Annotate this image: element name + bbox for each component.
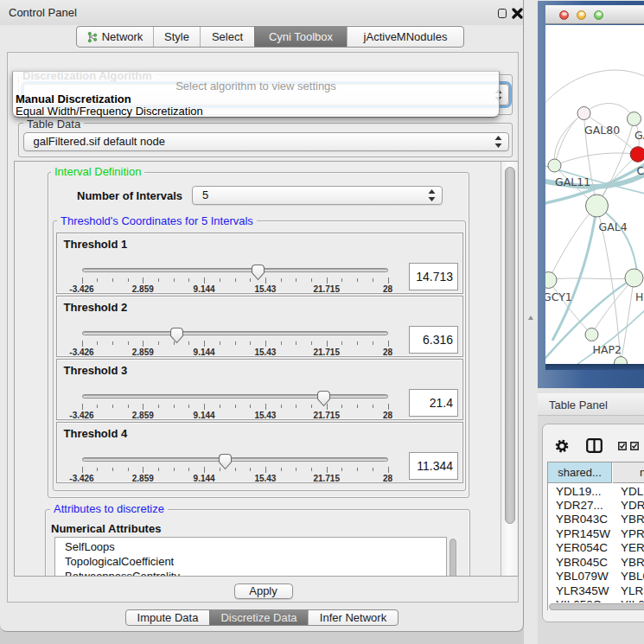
tab-select[interactable]: Select bbox=[200, 27, 254, 47]
table-cell-shared-name[interactable]: YLR345W bbox=[556, 584, 609, 597]
slider-minor-tick bbox=[296, 341, 296, 346]
network-node[interactable] bbox=[548, 159, 561, 172]
attributes-list-scrollbar[interactable] bbox=[449, 538, 458, 577]
table-cell-shared-name[interactable]: YPR145W bbox=[556, 527, 610, 540]
network-node[interactable] bbox=[630, 147, 644, 163]
minimize-traffic-light-icon[interactable] bbox=[577, 10, 586, 20]
slider-thumb[interactable] bbox=[218, 453, 233, 470]
checkbox-icon[interactable] bbox=[618, 442, 627, 450]
splitter-collapse-icon[interactable] bbox=[528, 316, 533, 320]
checkbox-icon[interactable] bbox=[630, 442, 639, 450]
table-data-combobox[interactable]: galFiltered.sif default node bbox=[23, 132, 509, 152]
control-panel-window: Control Panel NetworkStyleSelectCyni Too… bbox=[0, 0, 524, 632]
table-cell-name[interactable]: YDL19... bbox=[621, 485, 644, 498]
table-cell-shared-name[interactable]: YBR043C bbox=[556, 513, 608, 526]
slider-track[interactable] bbox=[82, 457, 388, 462]
attributes-list-scrollbar-thumb[interactable] bbox=[450, 539, 456, 577]
tab-jactivemnodules[interactable]: jActiveMNodules bbox=[347, 27, 463, 47]
slider-track[interactable] bbox=[82, 268, 388, 272]
settings-scrollbar-thumb[interactable] bbox=[505, 167, 515, 524]
network-node[interactable] bbox=[615, 357, 628, 365]
network-view-window: GAL80GACGAL11GAL4GCY1HISHAP2 bbox=[538, 1, 644, 388]
number-of-intervals-combobox[interactable]: 5 bbox=[192, 186, 443, 205]
algorithm-option-2[interactable]: Equal Width/Frequency Discretization bbox=[16, 105, 203, 118]
slider-minor-tick bbox=[281, 341, 282, 346]
threshold-value-field[interactable]: 14.713 bbox=[409, 263, 458, 290]
table-cell-name[interactable]: YBL079W bbox=[621, 570, 644, 583]
columns-icon[interactable] bbox=[586, 438, 603, 453]
numerical-attributes-list[interactable]: SelfLoopsTopologicalCoefficientBetweenne… bbox=[54, 537, 447, 577]
slider-tick-label: -3.426 bbox=[56, 474, 108, 483]
interval-definition-group-title: Interval Definition bbox=[51, 165, 144, 178]
threshold-value-field[interactable]: 6.316 bbox=[409, 326, 458, 354]
slider-track[interactable] bbox=[82, 394, 388, 399]
bottom-tab-impute-data[interactable]: Impute Data bbox=[126, 610, 209, 625]
zoom-traffic-light-icon[interactable] bbox=[594, 10, 603, 20]
tab-label: jActiveMNodules bbox=[364, 30, 448, 43]
network-node[interactable] bbox=[628, 112, 641, 126]
float-window-icon[interactable] bbox=[498, 9, 507, 18]
table-horizontal-scrollbar[interactable] bbox=[548, 603, 644, 611]
apply-button[interactable]: Apply bbox=[234, 583, 293, 599]
slider-thumb[interactable] bbox=[316, 390, 331, 407]
slider-minor-tick bbox=[235, 405, 236, 409]
slider-minor-tick bbox=[188, 468, 189, 472]
table-column-header-shared-name[interactable]: shared... bbox=[548, 462, 612, 483]
table-cell-name[interactable]: YBR043C bbox=[621, 513, 644, 526]
tab-network[interactable]: Network bbox=[77, 27, 153, 47]
slider-thumb[interactable] bbox=[169, 327, 184, 344]
tab-label: Infer Network bbox=[320, 611, 386, 624]
network-node[interactable] bbox=[545, 272, 557, 289]
slider-minor-tick bbox=[235, 468, 236, 472]
network-node[interactable] bbox=[586, 194, 609, 217]
table-cell-name[interactable]: YPR145W bbox=[621, 527, 644, 540]
settings-scrollbar[interactable] bbox=[501, 162, 518, 576]
table-panel-title: Table Panel bbox=[549, 399, 608, 411]
bottom-tab-discretize-data[interactable]: Discretize Data bbox=[209, 610, 308, 625]
table-cell-name[interactable]: YLR345W bbox=[621, 584, 644, 597]
table-column-header-name[interactable]: name bbox=[613, 462, 644, 483]
algorithm-option-1[interactable]: Manual Discretization bbox=[16, 92, 131, 105]
slider-major-tick bbox=[265, 404, 266, 410]
table-cell-shared-name[interactable]: YDL19... bbox=[556, 485, 602, 498]
panel-splitter[interactable] bbox=[524, 0, 538, 644]
node-table[interactable]: shared... name YDL19...YDL19...YDR27...Y… bbox=[547, 462, 644, 610]
attribute-list-item[interactable]: TopologicalCoefficient bbox=[65, 555, 174, 568]
network-edge bbox=[584, 104, 634, 119]
network-tab-icon bbox=[87, 31, 98, 43]
slider-minor-tick bbox=[373, 468, 373, 472]
table-cell-name[interactable]: YDR27... bbox=[621, 499, 644, 512]
network-canvas[interactable]: GAL80GACGAL11GAL4GCY1HISHAP2 bbox=[545, 25, 644, 364]
table-horizontal-scrollbar-thumb[interactable] bbox=[549, 603, 644, 610]
slider-major-tick bbox=[143, 404, 143, 410]
tab-label: Select bbox=[212, 30, 243, 43]
table-cell-shared-name[interactable]: YER054C bbox=[556, 541, 608, 554]
slider-minor-tick bbox=[174, 278, 175, 283]
slider-track[interactable] bbox=[82, 331, 388, 335]
tab-cyni-toolbox[interactable]: Cyni Toolbox bbox=[254, 27, 347, 47]
tab-style[interactable]: Style bbox=[153, 27, 200, 47]
network-node[interactable] bbox=[585, 328, 598, 341]
network-window-titlebar bbox=[545, 5, 644, 24]
table-cell-shared-name[interactable]: YDR27... bbox=[556, 499, 603, 512]
close-traffic-light-icon[interactable] bbox=[559, 10, 569, 20]
settings-scroll-pane: Interval Definition Number of Intervals … bbox=[14, 161, 519, 577]
gear-icon[interactable] bbox=[555, 439, 569, 453]
table-cell-shared-name[interactable]: YBR045C bbox=[556, 556, 608, 569]
slider-minor-tick bbox=[281, 278, 282, 283]
slider-tick-label: 28 bbox=[362, 411, 414, 420]
network-node[interactable] bbox=[625, 269, 643, 287]
close-icon[interactable] bbox=[512, 8, 523, 19]
slider-thumb[interactable] bbox=[251, 264, 265, 281]
network-node[interactable] bbox=[577, 107, 590, 120]
attribute-list-item[interactable]: SelfLoops bbox=[65, 540, 115, 553]
threshold-value-field[interactable]: 11.344 bbox=[409, 452, 458, 480]
bottom-tab-infer-network[interactable]: Infer Network bbox=[308, 610, 398, 625]
table-cell-shared-name[interactable]: YBL079W bbox=[556, 570, 609, 583]
attribute-list-item[interactable]: BetweennessCentrality bbox=[65, 570, 180, 577]
threshold-value-field[interactable]: 21.4 bbox=[409, 389, 458, 417]
table-cell-name[interactable]: YER054C bbox=[621, 541, 644, 554]
slider-minor-tick bbox=[311, 405, 312, 409]
threshold-label: Threshold 3 bbox=[64, 364, 128, 377]
table-cell-name[interactable]: YBR045C bbox=[621, 556, 644, 569]
